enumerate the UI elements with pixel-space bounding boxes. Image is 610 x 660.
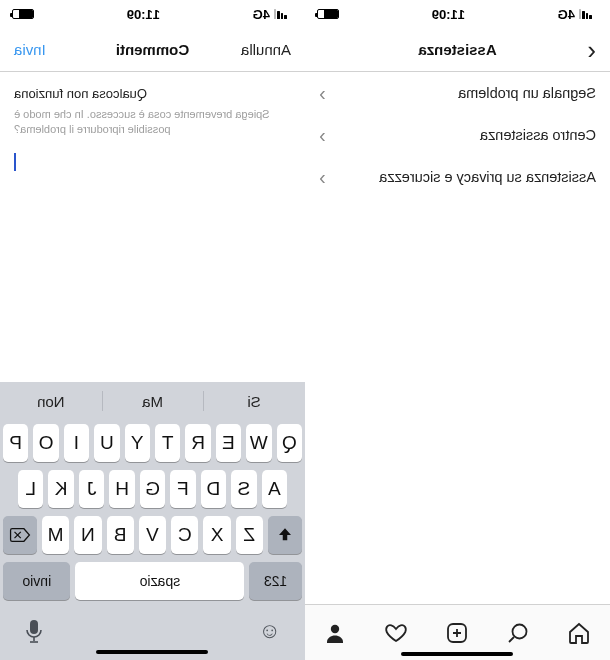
emoji-button[interactable]: ☺ — [259, 618, 281, 644]
row-privacy-security[interactable]: Assistenza su privacy e sicurezza › — [305, 156, 610, 198]
svg-point-2 — [331, 624, 339, 632]
chevron-right-icon: › — [319, 82, 326, 105]
tab-profile[interactable] — [316, 613, 356, 653]
clock: 11:09 — [127, 7, 160, 22]
key-h[interactable]: H — [109, 470, 134, 508]
key-f[interactable]: F — [170, 470, 195, 508]
shift-icon — [276, 526, 294, 544]
space-key[interactable]: spazio — [76, 562, 245, 600]
suggestion[interactable]: Non — [0, 382, 102, 420]
key-a[interactable]: A — [262, 470, 287, 508]
backspace-key[interactable] — [3, 516, 37, 554]
home-indicator — [97, 650, 209, 654]
plus-square-icon — [446, 621, 470, 645]
back-button[interactable]: ‹ — [587, 37, 596, 63]
key-q[interactable]: Q — [277, 424, 302, 462]
chevron-right-icon: › — [319, 166, 326, 189]
shift-key[interactable] — [268, 516, 302, 554]
nav-title: Commenti — [116, 41, 189, 58]
key-e[interactable]: E — [216, 424, 241, 462]
key-w[interactable]: W — [246, 424, 271, 462]
nav-bar: Annulla Commenti Invia — [0, 28, 305, 72]
heart-icon — [385, 621, 409, 645]
signal-icon — [274, 9, 287, 19]
search-icon — [507, 621, 531, 645]
status-bar: 4G 11:09 — [305, 0, 610, 28]
mic-button[interactable] — [24, 619, 44, 643]
tab-bar — [305, 604, 610, 660]
key-i[interactable]: I — [64, 424, 89, 462]
key-k[interactable]: K — [49, 470, 74, 508]
key-o[interactable]: O — [33, 424, 58, 462]
key-c[interactable]: C — [171, 516, 198, 554]
chevron-right-icon: › — [319, 124, 326, 147]
send-button[interactable]: Invia — [14, 41, 46, 58]
battery-icon — [317, 9, 339, 19]
key-u[interactable]: U — [94, 424, 119, 462]
suggestion[interactable]: Si — [203, 382, 305, 420]
text-cursor — [14, 153, 16, 171]
clock: 11:09 — [432, 7, 465, 22]
tab-activity[interactable] — [377, 613, 417, 653]
carrier-label: 4G — [558, 7, 575, 22]
suggestion[interactable]: Ma — [102, 382, 204, 420]
mic-icon — [24, 619, 44, 643]
key-b[interactable]: B — [107, 516, 134, 554]
key-d[interactable]: D — [201, 470, 226, 508]
suggestion-bar: Si Ma Non — [0, 382, 305, 420]
key-n[interactable]: N — [74, 516, 101, 554]
backspace-icon — [9, 526, 31, 544]
svg-point-0 — [513, 624, 527, 638]
keyboard-footer: ☺ — [0, 608, 305, 660]
profile-icon — [324, 621, 348, 645]
key-row-1: Q W E R T Y U I O P — [0, 420, 305, 470]
tab-home[interactable] — [560, 613, 600, 653]
compose-heading: Qualcosa non funziona — [14, 86, 291, 101]
row-label: Centro assistenza — [480, 127, 596, 143]
signal-icon — [579, 9, 592, 19]
carrier-label: 4G — [253, 7, 270, 22]
compose-placeholder: Spiega brevemente cosa è successo. In ch… — [14, 107, 291, 137]
row-label: Segnala un problema — [458, 85, 596, 101]
key-s[interactable]: S — [231, 470, 256, 508]
key-row-2: A S D F G H J K L — [0, 470, 305, 516]
return-key[interactable]: invio — [3, 562, 71, 600]
nav-title: Assistenza — [418, 41, 496, 58]
row-help-center[interactable]: Centro assistenza › — [305, 114, 610, 156]
battery-icon — [12, 9, 34, 19]
tab-search[interactable] — [499, 613, 539, 653]
key-p[interactable]: P — [3, 424, 28, 462]
tab-add[interactable] — [438, 613, 478, 653]
key-x[interactable]: X — [203, 516, 230, 554]
key-m[interactable]: M — [42, 516, 69, 554]
nav-bar: ‹ Assistenza — [305, 28, 610, 72]
status-bar: 4G 11:09 — [0, 0, 305, 28]
keyboard: Si Ma Non Q W E R T Y U I O P A S D F — [0, 382, 305, 660]
key-j[interactable]: J — [79, 470, 104, 508]
key-v[interactable]: V — [139, 516, 166, 554]
assistance-screen: 4G 11:09 ‹ Assistenza Segnala un problem… — [305, 0, 610, 660]
key-l[interactable]: L — [18, 470, 43, 508]
svg-rect-3 — [30, 620, 38, 634]
row-label: Assistenza su privacy e sicurezza — [379, 169, 596, 185]
comment-compose-screen: 4G 11:09 Annulla Commenti Invia Qualcosa… — [0, 0, 305, 660]
compose-area[interactable]: Qualcosa non funziona Spiega brevemente … — [0, 72, 305, 171]
row-report-problem[interactable]: Segnala un problema › — [305, 72, 610, 114]
key-t[interactable]: T — [155, 424, 180, 462]
cancel-button[interactable]: Annulla — [241, 41, 291, 58]
home-icon — [568, 621, 592, 645]
key-z[interactable]: Z — [236, 516, 263, 554]
key-row-bottom: 123 spazio invio — [0, 562, 305, 608]
key-r[interactable]: R — [185, 424, 210, 462]
key-g[interactable]: G — [140, 470, 165, 508]
key-row-3: Z X C V B N M — [0, 516, 305, 562]
numbers-key[interactable]: 123 — [249, 562, 302, 600]
key-y[interactable]: Y — [125, 424, 150, 462]
